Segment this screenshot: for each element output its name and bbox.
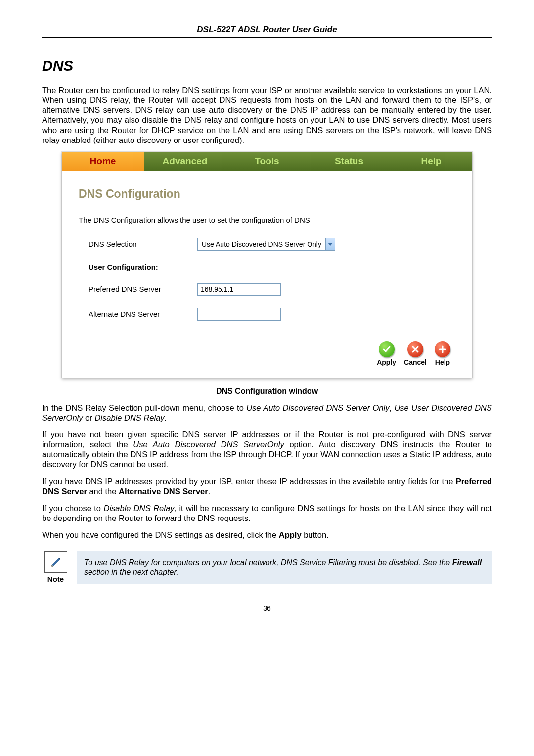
paragraph-auto-discover: If you have not been given specific DNS …: [42, 429, 492, 470]
plus-icon: [435, 341, 450, 357]
paragraph-apply: When you have configured the DNS setting…: [42, 530, 492, 540]
cancel-button[interactable]: Cancel: [404, 341, 427, 366]
paragraph-isp-addresses: If you have DNS IP addresses provided by…: [42, 476, 492, 496]
panel-title: DNS Configuration: [79, 176, 455, 206]
dns-selection-dropdown[interactable]: Use Auto Discovered DNS Server Only: [197, 238, 335, 251]
paragraph-relay-selection: In the DNS Relay Selection pull-down men…: [42, 403, 492, 423]
x-icon: [407, 341, 423, 357]
apply-label: Apply: [377, 358, 396, 366]
paragraph-disable-relay: If you choose to Disable DNS Relay, it w…: [42, 503, 492, 523]
tab-tools[interactable]: Tools: [226, 152, 308, 171]
preferred-dns-input[interactable]: [197, 283, 281, 296]
dns-selection-label: DNS Selection: [89, 240, 197, 248]
page-number: 36: [42, 604, 492, 612]
note-block: Note To use DNS Relay for computers on y…: [42, 551, 492, 584]
note-label: Note: [47, 574, 64, 583]
tab-advanced[interactable]: Advanced: [144, 152, 226, 171]
apply-button[interactable]: Apply: [377, 341, 396, 366]
tab-row: Home Advanced Tools Status Help: [62, 152, 472, 171]
figure-caption: DNS Configuration window: [42, 387, 492, 396]
tab-help[interactable]: Help: [390, 152, 472, 171]
user-configuration-heading: User Configuration:: [89, 263, 197, 271]
document-header: DSL-522T ADSL Router User Guide: [42, 25, 492, 38]
help-label: Help: [435, 358, 450, 366]
check-icon: [379, 341, 395, 357]
tab-status[interactable]: Status: [308, 152, 390, 171]
router-config-panel: Home Advanced Tools Status Help DNS Conf…: [62, 152, 472, 378]
panel-description: The DNS Configuration allows the user to…: [79, 206, 455, 238]
note-text: To use DNS Relay for computers on your l…: [77, 551, 492, 584]
tab-home[interactable]: Home: [62, 152, 144, 171]
pencil-icon: [44, 551, 67, 573]
intro-paragraph: The Router can be configured to relay DN…: [42, 85, 492, 145]
cancel-label: Cancel: [404, 358, 427, 366]
dns-selection-value: Use Auto Discovered DNS Server Only: [198, 240, 325, 248]
alternate-dns-input[interactable]: [197, 308, 281, 321]
help-button[interactable]: Help: [435, 341, 450, 366]
alternate-dns-label: Alternate DNS Server: [89, 310, 197, 318]
section-title: DNS: [42, 57, 492, 74]
preferred-dns-label: Preferred DNS Server: [89, 285, 197, 293]
chevron-down-icon: [325, 238, 335, 250]
